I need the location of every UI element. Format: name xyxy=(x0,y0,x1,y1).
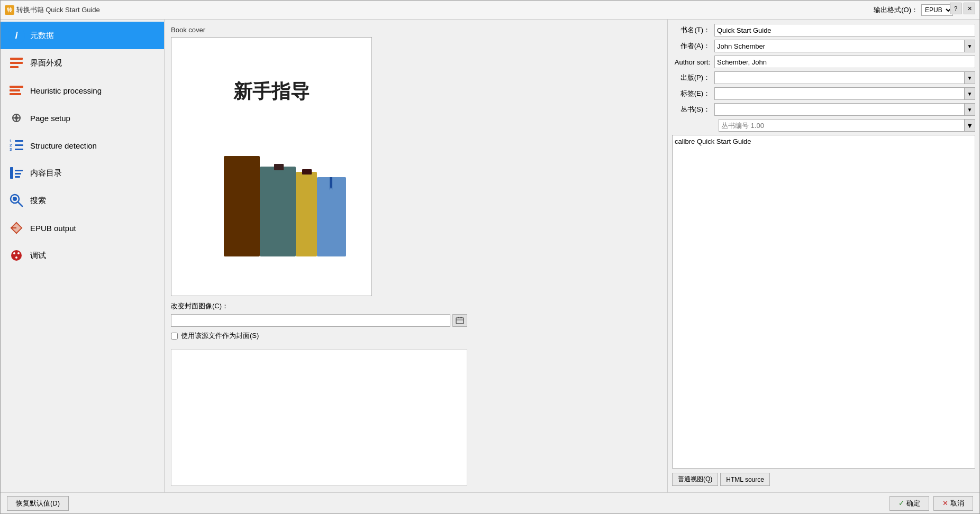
svg-rect-15 xyxy=(15,149,23,150)
close-button[interactable]: ✕ xyxy=(964,3,975,14)
svg-rect-38 xyxy=(302,169,312,175)
restore-defaults-btn[interactable]: 恢复默认值(D) xyxy=(7,496,69,511)
svg-text:3: 3 xyxy=(10,147,12,152)
search-icon xyxy=(7,191,26,210)
series-dropdown-btn[interactable]: ▼ xyxy=(965,103,975,116)
toc-icon xyxy=(7,163,26,182)
cover-label: Book cover xyxy=(171,26,661,34)
epub-icon xyxy=(7,218,26,237)
svg-rect-37 xyxy=(296,172,317,256)
svg-rect-43 xyxy=(458,317,459,318)
svg-point-29 xyxy=(15,256,17,259)
publisher-input[interactable] xyxy=(714,71,965,84)
svg-point-26 xyxy=(11,250,22,261)
sidebar-label-look: 界面外观 xyxy=(30,58,62,68)
sidebar-label-search: 搜索 xyxy=(30,196,46,206)
svg-rect-2 xyxy=(10,66,19,68)
sidebar-item-search[interactable]: 搜索 xyxy=(1,187,164,214)
svg-rect-39 xyxy=(317,177,346,256)
book-name-input[interactable] xyxy=(714,24,975,36)
tags-input[interactable] xyxy=(714,87,965,100)
footer-right: ✓ 确定 ✕ 取消 xyxy=(890,496,973,511)
svg-rect-14 xyxy=(15,144,23,146)
tags-label: 标签(E)： xyxy=(672,89,714,98)
author-field-container: ▼ xyxy=(714,40,975,52)
sidebar-item-pagesetup[interactable]: Page setup xyxy=(1,104,164,132)
svg-rect-19 xyxy=(15,176,20,178)
cancel-btn[interactable]: ✕ 取消 xyxy=(933,496,973,511)
output-format-select[interactable]: EPUB MOBI PDF AZW3 xyxy=(921,4,953,16)
structure-icon: 1 2 3 xyxy=(7,136,26,155)
svg-rect-35 xyxy=(274,164,284,170)
svg-rect-34 xyxy=(260,167,296,256)
sidebar-item-toc[interactable]: 内容目录 xyxy=(1,159,164,187)
sidebar-item-look[interactable]: 界面外观 xyxy=(1,49,164,77)
author-input[interactable] xyxy=(714,40,965,52)
sidebar-item-structure[interactable]: 1 2 3 Structure detection xyxy=(1,132,164,159)
series-row: 丛书(S)： ▼ xyxy=(672,103,975,116)
debug-icon xyxy=(7,246,26,265)
change-cover-input[interactable] xyxy=(171,314,450,327)
view-buttons: 普通视图(Q) HTML source xyxy=(672,473,975,486)
svg-rect-5 xyxy=(10,93,21,95)
output-format-area: 输出格式(O)： EPUB MOBI PDF AZW3 xyxy=(874,4,953,16)
svg-text:新手指导: 新手指导 xyxy=(233,80,310,102)
svg-rect-44 xyxy=(460,317,462,318)
svg-rect-18 xyxy=(15,173,21,175)
change-cover-row: 改变封面图像(C)： xyxy=(171,301,661,311)
svg-point-27 xyxy=(13,252,15,254)
publisher-label: 出版(P)： xyxy=(672,73,714,82)
svg-point-28 xyxy=(17,252,20,254)
series-number-btn[interactable]: ▼ xyxy=(965,119,975,132)
svg-rect-42 xyxy=(456,318,464,324)
sidebar-item-debug[interactable]: 调试 xyxy=(1,242,164,269)
ok-icon: ✓ xyxy=(899,499,904,507)
ok-btn[interactable]: ✓ 确定 xyxy=(890,496,929,511)
book-cover-container: 新手指导 CALIBRE Kovid Goyal xyxy=(171,37,372,296)
author-sort-row: Author sort: xyxy=(672,56,975,68)
normal-view-btn[interactable]: 普通视图(Q) xyxy=(672,473,718,486)
ok-label: 确定 xyxy=(906,499,920,508)
svg-rect-1 xyxy=(10,62,23,64)
series-input[interactable] xyxy=(714,103,965,116)
author-row: 作者(A)： ▼ xyxy=(672,40,975,52)
heuristic-icon xyxy=(7,81,26,100)
svg-rect-0 xyxy=(10,58,23,60)
sidebar-label-metadata: 元数据 xyxy=(30,31,54,41)
app-icon: 转 xyxy=(5,5,14,15)
main-content: i 元数据 界面外观 xyxy=(1,20,979,492)
svg-rect-32 xyxy=(224,156,260,256)
change-cover-label: 改变封面图像(C)： xyxy=(171,301,229,311)
browse-cover-button[interactable] xyxy=(452,314,467,327)
author-dropdown-btn[interactable]: ▼ xyxy=(965,40,975,52)
sidebar-item-epub[interactable]: EPUB output xyxy=(1,214,164,242)
sidebar-label-debug: 调试 xyxy=(30,251,46,261)
publisher-dropdown-btn[interactable]: ▼ xyxy=(965,71,975,84)
series-field-container: ▼ xyxy=(714,103,975,116)
tags-field-container: ▼ xyxy=(714,87,975,100)
svg-point-21 xyxy=(13,197,17,201)
sidebar-label-pagesetup: Page setup xyxy=(30,114,70,123)
sidebar-item-metadata[interactable]: i 元数据 xyxy=(1,22,164,49)
svg-rect-3 xyxy=(10,86,23,88)
author-sort-input[interactable] xyxy=(714,56,975,68)
comment-area[interactable]: calibre Quick Start Guide xyxy=(672,135,975,469)
window-controls: ? ✕ xyxy=(950,3,975,14)
window-title: 转换书籍 Quick Start Guide xyxy=(16,5,100,15)
bottom-area xyxy=(171,349,467,486)
use-source-checkbox[interactable] xyxy=(171,333,178,339)
metadata-icon: i xyxy=(7,26,26,45)
tags-dropdown-btn[interactable]: ▼ xyxy=(965,87,975,100)
sidebar-label-heuristic: Heuristic processing xyxy=(30,86,102,95)
output-format-label: 输出格式(O)： xyxy=(874,5,918,15)
book-name-label: 书名(T)： xyxy=(672,25,714,35)
use-source-label: 使用该源文件作为封面(S) xyxy=(181,331,259,341)
publisher-row: 出版(P)： ▼ xyxy=(672,71,975,84)
title-bar: 转 转换书籍 Quick Start Guide 输出格式(O)： EPUB M… xyxy=(1,1,979,20)
html-source-btn[interactable]: HTML source xyxy=(720,473,770,486)
sidebar-item-heuristic[interactable]: Heuristic processing xyxy=(1,77,164,104)
cancel-label: 取消 xyxy=(950,499,964,508)
series-number-input[interactable] xyxy=(719,119,965,132)
use-source-checkbox-row: 使用该源文件作为封面(S) xyxy=(171,331,661,341)
help-button[interactable]: ? xyxy=(950,3,961,14)
